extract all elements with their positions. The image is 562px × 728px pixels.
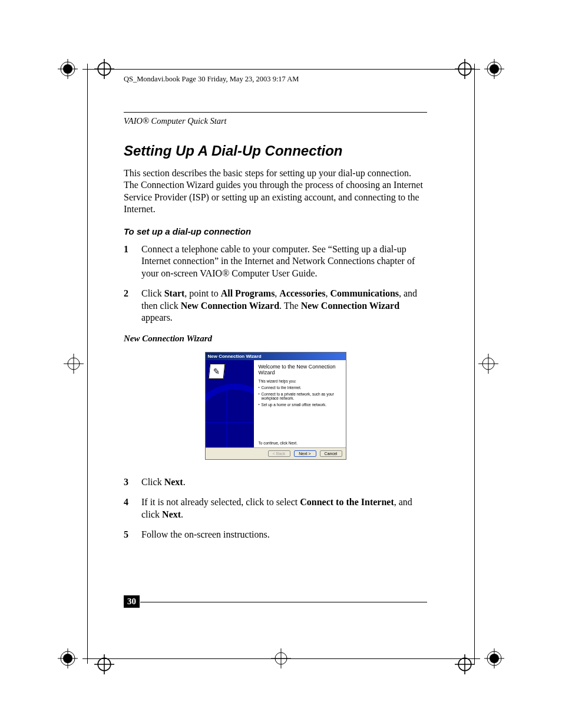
reg-mark-icon [64, 354, 84, 374]
footer-rule [140, 602, 427, 602]
subsection-title: To set up a dial-up connection [124, 226, 427, 236]
step-text: Follow the on-screen instructions. [141, 529, 427, 541]
reg-mark-small-icon [94, 59, 107, 72]
reg-mark-small-icon [455, 654, 468, 667]
next-button[interactable]: Next > [294, 450, 316, 457]
wizard-sidebar: ✎ [206, 360, 254, 447]
back-button[interactable]: < Back [268, 450, 290, 457]
step-number: 2 [124, 288, 132, 324]
list-item: 1 Connect a telephone cable to your comp… [124, 243, 427, 279]
crop-line-top [82, 69, 480, 70]
crop-line-left [87, 64, 88, 664]
list-item: 2 Click Start, point to All Programs, Ac… [124, 288, 427, 324]
step-text: Click Start, point to All Programs, Acce… [141, 288, 427, 324]
step-text: If it is not already selected, click to … [141, 496, 427, 521]
list-item: 5 Follow the on-screen instructions. [124, 529, 427, 541]
reg-mark-icon [484, 648, 504, 668]
section-title: Setting Up A Dial-Up Connection [124, 143, 427, 159]
wizard-bullet: •Connect to a private network, such as y… [259, 392, 341, 401]
header-rule [124, 112, 427, 113]
page-number: 30 [124, 595, 140, 608]
wizard-dialog: New Connection Wizard ✎ Welcome to the N… [205, 352, 346, 460]
reg-mark-icon [271, 648, 291, 668]
reg-mark-small-icon [455, 59, 468, 72]
list-item: 4 If it is not already selected, click t… [124, 496, 427, 521]
reg-mark-icon [58, 59, 78, 79]
step-number: 1 [124, 243, 132, 279]
running-head: VAIO® Computer Quick Start [124, 116, 427, 126]
wizard-bullet: •Connect to the Internet. [259, 386, 341, 390]
wizard-body: ✎ Welcome to the New Connection Wizard T… [206, 360, 346, 447]
modem-icon: ✎ [208, 364, 225, 379]
framemaker-header: QS_Mondavi.book Page 30 Friday, May 23, … [124, 75, 299, 84]
step-text: Click Next. [141, 476, 427, 488]
wizard-welcome-text: Welcome to the New Connection Wizard [259, 364, 341, 376]
reg-mark-icon [484, 59, 504, 79]
step-text: Connect a telephone cable to your comput… [141, 243, 427, 279]
reg-mark-small-icon [94, 654, 107, 667]
wizard-footer: < Back Next > Cancel [206, 447, 346, 459]
wizard-helps-text: This wizard helps you: [259, 379, 341, 383]
page-content: VAIO® Computer Quick Start Setting Up A … [124, 112, 427, 549]
step-number: 3 [124, 476, 132, 488]
intro-paragraph: This section describes the basic steps f… [124, 167, 427, 216]
wizard-main-panel: Welcome to the New Connection Wizard Thi… [254, 360, 346, 447]
wizard-bullet: •Set up a home or small office network. [259, 403, 341, 407]
step-list: 1 Connect a telephone cable to your comp… [124, 243, 427, 324]
cancel-button[interactable]: Cancel [320, 450, 342, 457]
step-number: 5 [124, 529, 132, 541]
wizard-titlebar: New Connection Wizard [206, 353, 346, 360]
reg-mark-icon [478, 354, 498, 374]
figure-caption: New Connection Wizard [124, 334, 427, 344]
step-list-continued: 3 Click Next. 4 If it is not already sel… [124, 476, 427, 541]
wizard-continue-text: To continue, click Next. [259, 441, 341, 445]
step-number: 4 [124, 496, 132, 521]
list-item: 3 Click Next. [124, 476, 427, 488]
crop-line-right [474, 64, 475, 664]
reg-mark-icon [58, 648, 78, 668]
